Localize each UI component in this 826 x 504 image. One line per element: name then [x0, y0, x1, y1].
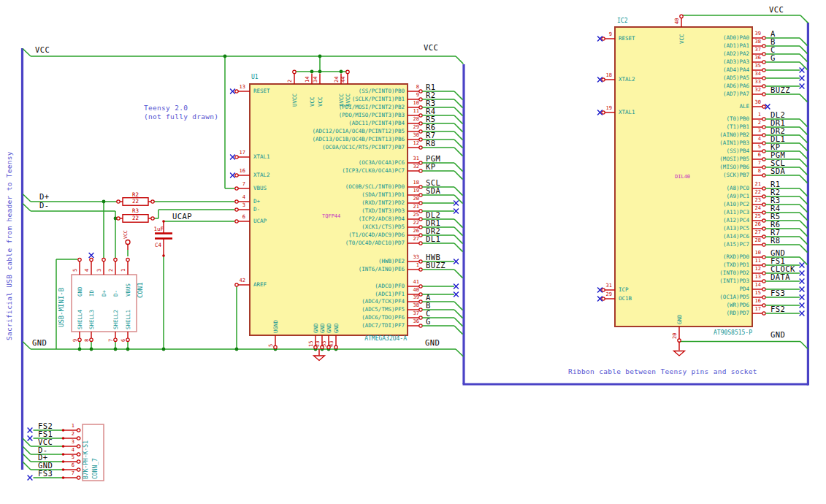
- net-label-gnd-mid[interactable]: GND: [425, 339, 440, 347]
- wire[interactable]: [23, 342, 31, 350]
- pin-number[interactable]: 3: [231, 203, 245, 208]
- net-label[interactable]: FS1: [38, 430, 53, 438]
- net-label-ucap[interactable]: UCAP: [172, 213, 192, 221]
- net-label[interactable]: VCC: [38, 438, 53, 446]
- wire[interactable]: [454, 131, 463, 140]
- net-label[interactable]: B: [770, 38, 776, 46]
- net-label[interactable]: DL2: [770, 111, 785, 119]
- net-label[interactable]: SDA: [770, 167, 785, 175]
- pin-number[interactable]: 4: [231, 195, 245, 200]
- net-label[interactable]: FS2: [770, 305, 785, 313]
- wire[interactable]: [23, 194, 31, 202]
- pin-number[interactable]: 5: [269, 343, 274, 346]
- pin-number[interactable]: 42: [231, 278, 245, 283]
- net-label[interactable]: HWB: [426, 253, 440, 261]
- net-label[interactable]: DL1: [770, 135, 785, 143]
- net-label[interactable]: R5: [426, 115, 435, 123]
- pin-number[interactable]: 18: [597, 73, 612, 78]
- wire[interactable]: [800, 143, 808, 151]
- net-label[interactable]: FS3: [770, 289, 785, 297]
- wire[interactable]: [454, 163, 463, 172]
- r2-value[interactable]: 22: [123, 199, 148, 205]
- pin-number[interactable]: 1: [121, 269, 126, 272]
- wire[interactable]: [454, 235, 463, 244]
- wire[interactable]: [800, 245, 808, 253]
- wire[interactable]: [23, 49, 31, 57]
- schematic-canvas[interactable]: Teensy 2.0 (not fully drawn) Ribbon cabl…: [0, 0, 826, 504]
- net-label[interactable]: BUZZ: [426, 261, 445, 270]
- net-label[interactable]: BUZZ: [770, 86, 790, 94]
- wire[interactable]: [800, 159, 808, 167]
- pin-number[interactable]: 20: [673, 333, 678, 339]
- net-label-gnd-left[interactable]: GND: [32, 339, 47, 347]
- c4-ref[interactable]: C4: [155, 243, 161, 248]
- net-label[interactable]: GND: [770, 249, 785, 257]
- net-label-dplus[interactable]: D+: [39, 193, 49, 201]
- conn7-ref[interactable]: CONN_7: [93, 458, 99, 479]
- pin-number[interactable]: 40: [675, 18, 680, 24]
- wire[interactable]: [800, 127, 808, 135]
- wire[interactable]: [23, 454, 31, 462]
- wire[interactable]: [456, 349, 463, 356]
- net-label[interactable]: G: [426, 318, 431, 326]
- net-label[interactable]: R3: [426, 99, 435, 107]
- r3-value[interactable]: 22: [123, 215, 148, 221]
- net-label[interactable]: DR2: [770, 127, 785, 135]
- net-label-vcc-ic2[interactable]: VCC: [769, 6, 784, 14]
- net-label[interactable]: PGM: [770, 151, 785, 159]
- pin-number[interactable]: 35: [322, 340, 327, 346]
- wire[interactable]: [454, 310, 463, 318]
- u1-value[interactable]: ATMEGA32U4-A: [364, 336, 407, 342]
- net-label[interactable]: FS2: [38, 422, 53, 430]
- net-label[interactable]: C: [770, 46, 776, 54]
- pin-number[interactable]: 6: [121, 339, 126, 342]
- con1-ref[interactable]: CON1: [137, 282, 144, 298]
- wire[interactable]: [454, 187, 463, 196]
- wire[interactable]: [23, 462, 31, 470]
- net-label-vcc-left[interactable]: VCC: [35, 46, 50, 54]
- net-label[interactable]: R4: [770, 205, 780, 213]
- net-label[interactable]: G: [770, 54, 776, 62]
- net-label[interactable]: R6: [426, 123, 435, 131]
- r2-ref[interactable]: R2: [123, 192, 148, 198]
- wire[interactable]: [454, 107, 463, 116]
- wire[interactable]: [800, 213, 808, 221]
- wire[interactable]: [454, 318, 463, 327]
- wire[interactable]: [800, 237, 808, 245]
- net-label[interactable]: DR2: [426, 227, 440, 235]
- wire[interactable]: [454, 140, 463, 148]
- net-label[interactable]: B: [426, 302, 431, 310]
- ic2-ref[interactable]: IC2: [617, 18, 627, 24]
- net-label[interactable]: SCL: [770, 159, 785, 167]
- net-label[interactable]: R1: [426, 83, 435, 91]
- wire[interactable]: [454, 148, 463, 156]
- wire[interactable]: [800, 205, 808, 213]
- pin-number[interactable]: 2: [109, 269, 114, 272]
- pin-number[interactable]: 5: [73, 269, 78, 272]
- wire[interactable]: [800, 175, 808, 183]
- pin-number[interactable]: 7: [64, 471, 74, 476]
- net-label[interactable]: R8: [770, 237, 780, 245]
- net-label[interactable]: R7: [770, 229, 780, 237]
- pin-number[interactable]: 2: [288, 79, 293, 82]
- pin-number[interactable]: 31: [597, 283, 612, 289]
- pin-number[interactable]: 7: [231, 182, 245, 187]
- wire[interactable]: [454, 326, 463, 335]
- net-label[interactable]: DR1: [770, 119, 785, 127]
- wire[interactable]: [456, 56, 463, 64]
- net-label[interactable]: A: [770, 30, 776, 38]
- wire[interactable]: [800, 119, 808, 127]
- wire[interactable]: [454, 99, 463, 108]
- pin-number[interactable]: 34: [313, 76, 318, 82]
- wire[interactable]: [23, 438, 31, 446]
- net-label[interactable]: C: [426, 310, 431, 318]
- net-label[interactable]: A: [426, 294, 431, 302]
- pin-number[interactable]: 5: [64, 455, 74, 460]
- pin-number[interactable]: 6: [231, 215, 245, 220]
- pin-number[interactable]: 43: [329, 340, 334, 346]
- net-label[interactable]: R3: [770, 196, 780, 205]
- pin-number[interactable]: 24: [334, 76, 340, 82]
- net-label[interactable]: R1: [770, 180, 780, 188]
- net-label-vcc-mid[interactable]: VCC: [424, 44, 438, 52]
- pin-number[interactable]: 15: [309, 340, 314, 346]
